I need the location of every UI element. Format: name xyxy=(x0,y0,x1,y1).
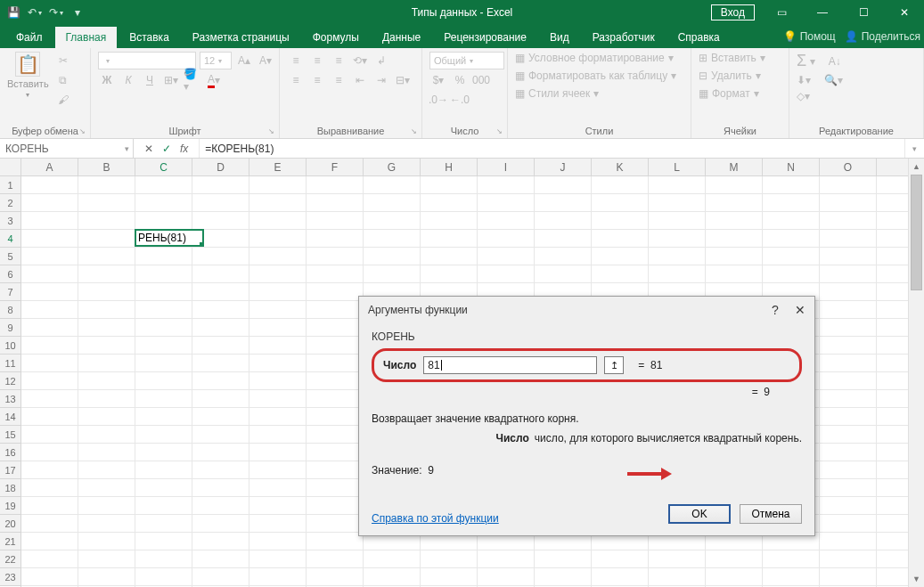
decrease-decimal-icon[interactable]: ←.0 xyxy=(451,91,469,109)
underline-button[interactable]: Ч xyxy=(141,71,159,89)
align-right-icon[interactable]: ≡ xyxy=(330,71,348,89)
column-header[interactable]: D xyxy=(192,159,249,175)
row-header[interactable]: 19 xyxy=(0,497,20,515)
align-center-icon[interactable]: ≡ xyxy=(308,71,326,89)
font-name-dropdown[interactable] xyxy=(98,52,196,69)
formula-input[interactable]: =КОРЕНЬ(81) xyxy=(200,139,904,158)
insert-cells-button[interactable]: ⊞ Вставить ▾ xyxy=(699,52,765,64)
row-header[interactable]: 12 xyxy=(0,372,20,390)
tab-home[interactable]: Главная xyxy=(55,27,118,48)
minimize-icon[interactable]: — xyxy=(803,0,842,25)
format-cells-button[interactable]: ▦ Формат ▾ xyxy=(699,87,759,100)
ok-button[interactable]: OK xyxy=(668,504,731,524)
ribbon-options-icon[interactable]: ▭ xyxy=(762,0,801,25)
confirm-formula-icon[interactable]: ✓ xyxy=(162,143,171,155)
expand-formula-bar-icon[interactable]: ▾ xyxy=(904,139,924,158)
tab-insert[interactable]: Вставка xyxy=(119,27,180,48)
italic-button[interactable]: К xyxy=(119,71,137,89)
row-header[interactable]: 18 xyxy=(0,479,20,497)
insert-function-icon[interactable]: fx xyxy=(180,143,188,155)
row-header[interactable]: 20 xyxy=(0,515,20,533)
dialog-launcher-icon[interactable]: ↘ xyxy=(79,127,88,136)
number-format-dropdown[interactable]: Общий xyxy=(429,52,504,69)
increase-font-icon[interactable]: A▴ xyxy=(235,52,253,69)
row-header[interactable]: 2 xyxy=(0,194,20,212)
orientation-icon[interactable]: ⟲▾ xyxy=(351,52,369,69)
percent-icon[interactable]: % xyxy=(451,71,469,89)
copy-icon[interactable]: ⧉ xyxy=(54,71,72,89)
row-header[interactable]: 8 xyxy=(0,301,20,319)
row-header[interactable]: 15 xyxy=(0,426,20,444)
font-color-icon[interactable]: A▾ xyxy=(205,71,223,89)
row-header[interactable]: 14 xyxy=(0,408,20,426)
tab-formulas[interactable]: Формулы xyxy=(302,27,370,48)
column-header[interactable]: F xyxy=(307,159,364,175)
tab-developer[interactable]: Разработчик xyxy=(582,27,666,48)
column-header[interactable]: C xyxy=(135,159,192,175)
redo-button[interactable]: ↷ xyxy=(48,4,64,20)
dialog-launcher-icon[interactable]: ↘ xyxy=(268,127,277,136)
column-header[interactable]: L xyxy=(649,159,706,175)
row-header[interactable]: 5 xyxy=(0,248,20,265)
row-header[interactable]: 9 xyxy=(0,319,20,337)
paste-button[interactable]: 📋 Вставить ▾ xyxy=(7,52,49,99)
align-left-icon[interactable]: ≡ xyxy=(287,71,305,89)
currency-icon[interactable]: $▾ xyxy=(429,71,447,89)
merge-icon[interactable]: ⊟▾ xyxy=(394,71,412,89)
thousands-icon[interactable]: 000 xyxy=(472,71,490,89)
row-header[interactable]: 11 xyxy=(0,355,20,372)
dialog-close-icon[interactable]: ✕ xyxy=(788,298,813,322)
scroll-up-icon[interactable]: ▲ xyxy=(909,159,924,175)
fill-handle[interactable] xyxy=(200,242,204,247)
column-header[interactable]: E xyxy=(249,159,307,175)
column-header[interactable]: O xyxy=(820,159,877,175)
column-header[interactable]: M xyxy=(706,159,763,175)
collapse-dialog-icon[interactable]: ↥ xyxy=(604,356,624,374)
dialog-help-icon[interactable]: ? xyxy=(763,298,788,322)
cut-icon[interactable]: ✂ xyxy=(54,52,72,69)
dialog-titlebar[interactable]: Аргументы функции ? ✕ xyxy=(359,297,814,323)
column-header[interactable]: B xyxy=(78,159,135,175)
cell-styles-button[interactable]: ▦ Стили ячеек ▾ xyxy=(515,87,599,100)
login-button[interactable]: Вход xyxy=(711,4,755,20)
align-top-icon[interactable]: ≡ xyxy=(287,52,305,69)
qat-customize-icon[interactable]: ▾ xyxy=(70,4,86,20)
column-header[interactable]: H xyxy=(421,159,478,175)
row-header[interactable]: 10 xyxy=(0,337,20,355)
dialog-launcher-icon[interactable]: ↘ xyxy=(496,127,505,136)
row-header[interactable]: 13 xyxy=(0,390,20,408)
undo-button[interactable]: ↶ xyxy=(27,4,43,20)
dialog-launcher-icon[interactable]: ↘ xyxy=(411,127,420,136)
fill-color-icon[interactable]: 🪣▾ xyxy=(184,71,201,89)
column-header[interactable]: G xyxy=(364,159,421,175)
row-header[interactable]: 23 xyxy=(0,568,20,586)
function-help-link[interactable]: Справка по этой функции xyxy=(372,512,499,525)
active-cell[interactable]: РЕНЬ(81) xyxy=(135,229,204,247)
cancel-formula-icon[interactable]: ✕ xyxy=(144,143,153,155)
find-icon[interactable]: 🔍▾ xyxy=(824,74,843,86)
autosum-icon[interactable]: Σ xyxy=(797,52,806,70)
share-button[interactable]: 👤 Поделиться xyxy=(845,30,920,43)
font-size-dropdown[interactable]: 12 xyxy=(200,52,232,69)
name-box[interactable]: КОРЕНЬ xyxy=(0,139,134,158)
row-header[interactable]: 6 xyxy=(0,265,20,283)
wrap-text-icon[interactable]: ↲ xyxy=(372,52,390,69)
decrease-indent-icon[interactable]: ⇤ xyxy=(351,71,369,89)
increase-decimal-icon[interactable]: .0→ xyxy=(429,91,447,109)
clear-icon[interactable]: ◇▾ xyxy=(797,90,810,102)
bold-button[interactable]: Ж xyxy=(98,71,116,89)
maximize-icon[interactable]: ☐ xyxy=(844,0,883,25)
conditional-formatting-button[interactable]: ▦ Условное форматирование ▾ xyxy=(515,52,674,64)
column-header[interactable]: I xyxy=(478,159,535,175)
align-bottom-icon[interactable]: ≡ xyxy=(330,52,348,69)
fill-icon[interactable]: ⬇▾ xyxy=(797,74,811,86)
tab-file[interactable]: Файл xyxy=(5,27,53,48)
decrease-font-icon[interactable]: A▾ xyxy=(257,52,274,69)
close-icon[interactable]: ✕ xyxy=(885,0,924,25)
scroll-thumb[interactable] xyxy=(911,175,922,290)
argument-input[interactable]: 81 xyxy=(423,356,597,374)
column-header[interactable]: J xyxy=(535,159,592,175)
border-icon[interactable]: ⊞▾ xyxy=(162,71,180,89)
save-icon[interactable]: 💾 xyxy=(5,4,21,20)
row-header[interactable]: 22 xyxy=(0,550,20,568)
